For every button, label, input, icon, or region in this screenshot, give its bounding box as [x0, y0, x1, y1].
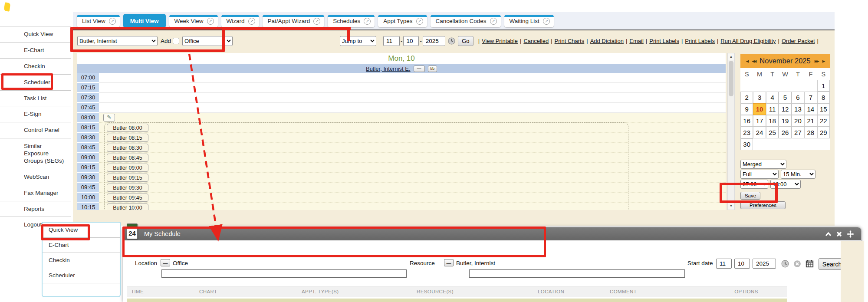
link-order-packet[interactable]: Order Packet: [782, 38, 815, 44]
grid-scrollbar[interactable]: ▲ ▼: [727, 53, 735, 210]
calendar-day[interactable]: 14: [804, 103, 817, 115]
slot-button[interactable]: Butler 08:30: [107, 144, 148, 152]
tab-appt-types[interactable]: Appt Types ↗: [378, 15, 427, 27]
calendar-day[interactable]: 20: [792, 115, 804, 127]
resource-link[interactable]: Butler, Internist E.: [366, 66, 411, 72]
sidebar-item-scheduler[interactable]: Scheduler: [0, 74, 71, 90]
prev-year-icon[interactable]: ◂◂: [752, 58, 756, 64]
calendar-day[interactable]: 4: [766, 92, 779, 103]
edit-schedule-icon[interactable]: ✎: [103, 114, 115, 121]
calendar-day[interactable]: 11: [766, 103, 779, 115]
location-select[interactable]: Office: [182, 36, 233, 46]
slot-button[interactable]: Butler 09:15: [107, 174, 148, 182]
clear-date-icon[interactable]: [793, 260, 801, 268]
external-link-icon[interactable]: ↗: [109, 18, 116, 25]
slot-button[interactable]: Butler 08:45: [107, 154, 148, 162]
external-link-icon[interactable]: ↗: [543, 18, 550, 25]
slot-cell[interactable]: [99, 193, 726, 203]
slot-cell[interactable]: [99, 143, 726, 153]
slot-cell[interactable]: [99, 183, 726, 193]
slot-cell[interactable]: [99, 93, 726, 103]
add-checkbox[interactable]: [173, 38, 179, 44]
month-input[interactable]: [383, 36, 400, 46]
external-link-icon[interactable]: ↗: [364, 18, 371, 25]
sidebar-item-checkin[interactable]: Checkin: [0, 58, 71, 74]
tab-waiting-list[interactable]: Waiting List ↗: [504, 15, 554, 27]
slot-cell[interactable]: [99, 153, 726, 163]
calendar-day[interactable]: 23: [740, 127, 753, 138]
calendar-day[interactable]: 13: [792, 103, 804, 115]
sidebar-item-task-list[interactable]: Task List: [0, 90, 71, 106]
sidebar-item-e-chart[interactable]: E-Chart: [43, 238, 120, 253]
calendar-day[interactable]: 8: [817, 92, 830, 103]
calendar-day[interactable]: 6: [792, 92, 804, 103]
calendar-day[interactable]: 24: [753, 127, 766, 138]
day-input[interactable]: [403, 36, 419, 46]
tab-wizard[interactable]: Wizard ↗: [221, 15, 259, 27]
end-time-select[interactable]: 18:00: [770, 180, 801, 189]
external-link-icon[interactable]: ↗: [416, 18, 423, 25]
resource-filter-input[interactable]: [469, 269, 685, 278]
sidebar-item-quick-view[interactable]: Quick View: [0, 26, 71, 42]
link-print-labels-2[interactable]: Print Labels: [685, 38, 715, 44]
calendar-day[interactable]: 25: [766, 127, 779, 138]
link-email[interactable]: Email: [629, 38, 644, 44]
start-year-input[interactable]: [753, 259, 776, 269]
tab-schedules[interactable]: Schedules ↗: [328, 15, 375, 27]
tab-pat-appt-wizard[interactable]: Pat/Appt Wizard ↗: [263, 15, 325, 27]
external-link-icon[interactable]: ↗: [248, 18, 255, 25]
year-input[interactable]: [423, 36, 445, 46]
calendar-day[interactable]: 26: [779, 127, 791, 138]
calendar-day[interactable]: 15: [817, 103, 830, 115]
calendar-day[interactable]: 16: [740, 115, 753, 127]
my-schedule-header[interactable]: 24 My Schedule: [123, 227, 861, 240]
clock-icon[interactable]: [448, 37, 455, 45]
sidebar-item-control-panel[interactable]: Control Panel: [0, 122, 71, 138]
slot-button[interactable]: Butler 10:00: [107, 204, 148, 210]
calendar-day[interactable]: 30: [740, 138, 753, 150]
slot-cell[interactable]: [99, 163, 726, 173]
calendar-day-selected[interactable]: 10: [753, 103, 766, 115]
calendar-day[interactable]: 2: [740, 92, 753, 103]
calendar-day[interactable]: 5: [779, 92, 791, 103]
sidebar-item-scheduler[interactable]: Scheduler: [43, 268, 120, 283]
sidebar-item-e-sign[interactable]: E-Sign: [0, 106, 71, 122]
slot-button[interactable]: Butler 09:45: [107, 194, 148, 202]
external-link-icon[interactable]: ↗: [207, 18, 214, 25]
next-month-icon[interactable]: ▸: [822, 58, 825, 64]
save-button[interactable]: Save: [740, 192, 760, 200]
calendar-day[interactable]: 7: [804, 92, 817, 103]
calendar-day[interactable]: 27: [792, 127, 804, 138]
jump-to-select[interactable]: Jump to: [340, 36, 376, 46]
tab-cancellation-codes[interactable]: Cancellation Codes ↗: [431, 15, 501, 27]
calendar-day[interactable]: 22: [817, 115, 830, 127]
sidebar-item-quick-view[interactable]: Quick View: [43, 223, 120, 238]
merge-mode-select[interactable]: Merged: [740, 160, 786, 169]
calendar-day[interactable]: 12: [779, 103, 791, 115]
scrollbar-track[interactable]: [728, 97, 734, 203]
tab-list-view[interactable]: List View ↗: [77, 15, 120, 27]
fb-button[interactable]: f/b: [428, 66, 437, 72]
slot-cell[interactable]: [99, 133, 726, 143]
link-cancelled[interactable]: Cancelled: [523, 38, 549, 44]
minimize-column-button[interactable]: —: [414, 66, 425, 72]
start-day-input[interactable]: [734, 259, 750, 269]
resource-minimize-button[interactable]: —: [444, 259, 454, 266]
calendar-day[interactable]: 18: [766, 115, 779, 127]
sidebar-item-e-chart[interactable]: E-Chart: [0, 42, 71, 58]
start-time-select[interactable]: 07:00: [740, 180, 768, 189]
calendar-day[interactable]: 28: [804, 127, 817, 138]
collapse-icon[interactable]: [825, 232, 832, 236]
prev-month-icon[interactable]: ◂: [746, 58, 748, 64]
move-icon[interactable]: [847, 230, 854, 238]
link-view-printable[interactable]: View Printable: [482, 38, 518, 44]
sidebar-item-checkin[interactable]: Checkin: [43, 253, 120, 268]
scrollbar-thumb[interactable]: [729, 61, 733, 96]
calendar-day[interactable]: 21: [804, 115, 817, 127]
start-month-input[interactable]: [716, 259, 732, 269]
interval-select[interactable]: 15 Min.: [781, 170, 815, 179]
calendar-day[interactable]: 29: [817, 127, 830, 138]
external-link-icon[interactable]: ↗: [490, 18, 497, 25]
table-row[interactable]: 1:49 PM Acardi, Sergio Office Visit Init…: [127, 299, 787, 302]
close-icon[interactable]: [836, 231, 842, 237]
